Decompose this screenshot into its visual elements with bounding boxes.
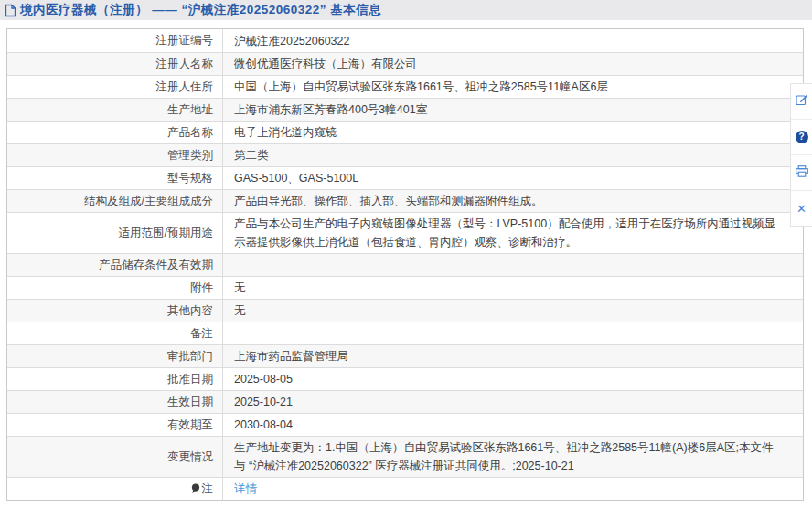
table-row: 产品名称电子上消化道内窥镜: [7, 121, 803, 143]
row-value: 沪械注准20252060322: [223, 29, 803, 52]
row-value: 上海市药品监督管理局: [223, 345, 803, 367]
row-label: 型号规格: [7, 167, 223, 189]
row-label: 备注: [7, 322, 223, 344]
row-value: [223, 254, 803, 276]
edit-icon: [796, 93, 808, 110]
table-row: 附件无: [7, 276, 803, 299]
table-row: 产品储存条件及有效期: [7, 253, 803, 276]
table-row: 注册人住所中国（上海）自由贸易试验区张东路1661号、祖冲之路2585号11幢A…: [7, 75, 803, 98]
row-label: 注: [7, 478, 223, 500]
row-label: 生效日期: [7, 391, 223, 413]
details-link[interactable]: 详情: [234, 480, 257, 498]
row-label: 注册人名称: [7, 53, 223, 75]
row-label: 产品储存条件及有效期: [7, 254, 223, 276]
row-label: 生产地址: [7, 99, 223, 121]
table-row: 备注: [7, 322, 803, 344]
row-label: 其他内容: [7, 300, 223, 322]
help-icon: ?: [796, 131, 808, 143]
help-button[interactable]: ?: [791, 120, 812, 155]
table-row: 注详情: [7, 477, 803, 500]
row-value: 2025-08-05: [223, 368, 803, 390]
table-row: 有效期至2030-08-04: [7, 413, 803, 436]
side-toolbar: ? ✕: [790, 83, 812, 227]
table-row: 其他内容无: [7, 299, 803, 322]
row-label: 适用范围/预期用途: [7, 213, 223, 253]
row-label: 有效期至: [7, 414, 223, 436]
document-icon: [5, 4, 16, 17]
table-row: 管理类别第二类: [7, 143, 803, 166]
info-table: 注册证编号沪械注准20252060322注册人名称微创优通医疗科技（上海）有限公…: [6, 28, 804, 501]
table-row: 适用范围/预期用途产品与本公司生产的电子内窥镜图像处理器（型号：LVP-5100…: [7, 212, 803, 253]
row-label: 结构及组成/主要组成成分: [7, 190, 223, 212]
table-row: 型号规格GAS-5100、GAS-5100L: [7, 166, 803, 189]
row-value: 生产地址变更为：1.中国（上海）自由贸易试验区张东路1661号、祖冲之路2585…: [223, 437, 803, 477]
row-label: 注册人住所: [7, 76, 223, 98]
note-icon: [191, 483, 200, 494]
close-button[interactable]: ✕: [791, 191, 812, 226]
row-value: GAS-5100、GAS-5100L: [223, 167, 803, 189]
row-value: 产品由导光部、操作部、插入部、头端部和测漏器附件组成。: [223, 190, 803, 212]
row-value: 中国（上海）自由贸易试验区张东路1661号、祖冲之路2585号11幢A区6层: [223, 76, 803, 98]
row-value: 微创优通医疗科技（上海）有限公司: [223, 53, 803, 75]
row-label: 审批部门: [7, 345, 223, 367]
row-value: [223, 322, 803, 344]
row-value: 上海市浦东新区芳春路400号3幢401室: [223, 99, 803, 121]
table-row: 批准日期2025-08-05: [7, 367, 803, 390]
edit-button[interactable]: [791, 84, 812, 120]
table-row: 注册人名称微创优通医疗科技（上海）有限公司: [7, 52, 803, 75]
page-title: 境内医疗器械（注册） —— “沪械注准20252060322” 基本信息: [20, 2, 381, 18]
table-row: 变更情况生产地址变更为：1.中国（上海）自由贸易试验区张东路1661号、祖冲之路…: [7, 436, 803, 477]
row-label: 管理类别: [7, 144, 223, 166]
row-value: 无: [223, 300, 803, 322]
row-label: 注册证编号: [7, 29, 223, 52]
row-value: 2025-10-21: [223, 391, 803, 413]
row-value: 无: [223, 277, 803, 299]
table-row: 生产地址上海市浦东新区芳春路400号3幢401室: [7, 98, 803, 121]
table-row: 审批部门上海市药品监督管理局: [7, 344, 803, 367]
row-label: 附件: [7, 277, 223, 299]
row-value: 产品与本公司生产的电子内窥镜图像处理器（型号：LVP-5100）配合使用，适用于…: [223, 213, 803, 253]
row-value: 第二类: [223, 144, 803, 166]
printer-icon: [796, 164, 808, 181]
row-value: 电子上消化道内窥镜: [223, 122, 803, 143]
table-row: 注册证编号沪械注准20252060322: [7, 29, 803, 52]
row-label: 产品名称: [7, 122, 223, 143]
table-row: 生效日期2025-10-21: [7, 390, 803, 413]
print-button[interactable]: [791, 155, 812, 191]
row-value: 详情: [223, 478, 803, 500]
table-row: 结构及组成/主要组成成分产品由导光部、操作部、插入部、头端部和测漏器附件组成。: [7, 189, 803, 212]
page-header: 境内医疗器械（注册） —— “沪械注准20252060322” 基本信息: [0, 0, 812, 20]
row-label: 批准日期: [7, 368, 223, 390]
row-value: 2030-08-04: [223, 414, 803, 436]
row-label: 变更情况: [7, 437, 223, 477]
close-icon: ✕: [796, 203, 807, 215]
